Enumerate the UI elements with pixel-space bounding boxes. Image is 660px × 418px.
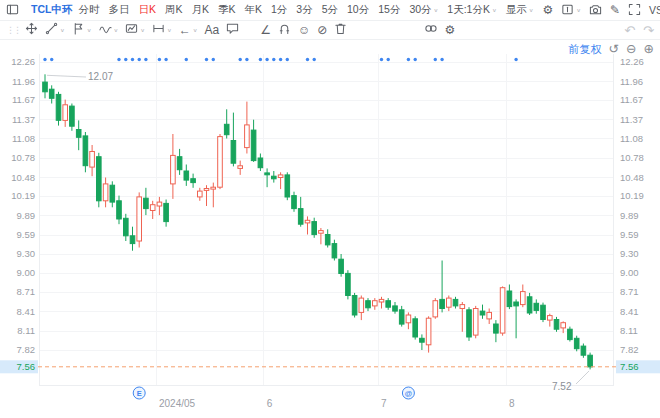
candle[interactable] — [117, 196, 122, 225]
period-tab-12[interactable]: 30分∨ — [409, 3, 438, 17]
candle[interactable] — [285, 172, 290, 200]
candle[interactable] — [440, 261, 445, 313]
wave-tool[interactable]: ∨ — [99, 22, 119, 38]
candle[interactable] — [447, 296, 452, 312]
candle[interactable] — [574, 336, 579, 352]
candle[interactable] — [184, 165, 189, 186]
candle[interactable] — [110, 181, 115, 207]
candle[interactable] — [332, 240, 337, 261]
period-tab-2[interactable]: 日K — [138, 3, 156, 17]
pattern-tool[interactable]: ∨ — [125, 22, 145, 38]
signal-dot[interactable] — [185, 58, 188, 61]
candle[interactable] — [426, 316, 431, 352]
measure-tool[interactable]: ∨ — [152, 22, 172, 38]
signal-dot[interactable] — [212, 58, 215, 61]
candle[interactable] — [406, 312, 411, 329]
compare-button[interactable]: VS — [649, 4, 660, 16]
chart-style-button[interactable]: ∨ — [561, 3, 581, 18]
candle[interactable] — [359, 296, 364, 321]
period-tab-3[interactable]: 周K — [165, 3, 183, 17]
signal-dot[interactable] — [43, 58, 46, 61]
signal-dot[interactable] — [407, 58, 410, 61]
candle[interactable] — [568, 327, 573, 342]
signal-dot[interactable] — [245, 58, 248, 61]
candle[interactable] — [83, 132, 88, 172]
reset-zoom-button[interactable]: ↺ — [609, 43, 619, 56]
angle-tool[interactable]: ∠ — [260, 24, 271, 36]
candle[interactable] — [548, 314, 553, 327]
redo-button[interactable]: ↷ — [643, 23, 654, 38]
flag-tool[interactable]: ∨ — [72, 22, 92, 38]
candle[interactable] — [278, 172, 283, 189]
candlestick-chart[interactable]: 12.2611.9611.6711.3711.0810.7810.4810.19… — [0, 40, 660, 418]
adjust-mode-button[interactable]: 前复权 — [569, 42, 602, 57]
candle[interactable] — [386, 298, 391, 310]
period-tab-1[interactable]: 多日 — [108, 3, 129, 17]
candle[interactable] — [198, 188, 203, 201]
candle[interactable] — [494, 320, 499, 342]
candle[interactable] — [420, 334, 425, 350]
event-marker-at[interactable]: @ — [402, 387, 414, 399]
trendline-tool[interactable]: ∨ — [45, 22, 65, 38]
candle[interactable] — [164, 200, 169, 227]
candle[interactable] — [231, 113, 236, 167]
candle[interactable] — [399, 306, 404, 327]
candle[interactable] — [245, 102, 250, 154]
candle[interactable] — [63, 100, 68, 127]
candle[interactable] — [144, 188, 149, 215]
period-tab-6[interactable]: 年K — [244, 3, 262, 17]
period-tab-11[interactable]: 15分 — [378, 3, 400, 17]
delete-drawings-tool[interactable] — [334, 22, 347, 38]
signal-dot[interactable] — [265, 58, 268, 61]
candle[interactable] — [373, 298, 378, 310]
candle[interactable] — [500, 286, 505, 335]
candle[interactable] — [43, 74, 48, 98]
chart-settings-button[interactable]: ⚙ — [543, 4, 554, 16]
signal-dot[interactable] — [239, 58, 242, 61]
candle[interactable] — [137, 192, 142, 247]
magnet-tool[interactable] — [278, 22, 291, 38]
period-tab-7[interactable]: 1分 — [271, 3, 287, 17]
zoom-in-button[interactable]: ⊕ — [644, 43, 654, 56]
toolbar-grip[interactable]: ⋮⋮ — [6, 25, 20, 35]
signal-dot[interactable] — [259, 58, 262, 61]
candle[interactable] — [453, 297, 458, 309]
move-tool[interactable] — [25, 22, 38, 38]
signal-dot[interactable] — [414, 58, 417, 61]
candle[interactable] — [379, 297, 384, 309]
signal-dot[interactable] — [131, 58, 134, 61]
signal-dot[interactable] — [380, 58, 383, 61]
link-charts-tool[interactable] — [424, 22, 437, 38]
signal-dot[interactable] — [286, 58, 289, 61]
candle[interactable] — [305, 216, 310, 234]
candle[interactable] — [224, 109, 229, 138]
signal-dot[interactable] — [144, 58, 147, 61]
signal-dot[interactable] — [434, 58, 437, 61]
candle[interactable] — [157, 197, 162, 215]
candle[interactable] — [171, 134, 176, 199]
candle[interactable] — [460, 302, 465, 332]
candle[interactable] — [433, 298, 438, 319]
candle[interactable] — [312, 218, 317, 238]
annotate-button[interactable]: ✎ — [610, 4, 620, 16]
candle[interactable] — [130, 227, 135, 251]
arrow-tool[interactable]: ←∨ — [179, 24, 198, 36]
fullscreen-button[interactable] — [628, 3, 641, 18]
candle[interactable] — [319, 228, 324, 244]
period-tab-13[interactable]: 1天:1分K∨ — [447, 3, 496, 17]
candle[interactable] — [238, 161, 243, 175]
panel-layout-button[interactable] — [6, 3, 19, 18]
candle[interactable] — [150, 201, 155, 219]
candle[interactable] — [352, 293, 357, 318]
candle[interactable] — [487, 309, 492, 325]
screenshot-button[interactable] — [589, 3, 602, 18]
event-marker-e[interactable]: E — [133, 387, 145, 399]
candle[interactable] — [292, 192, 297, 212]
candle[interactable] — [211, 183, 216, 208]
candle[interactable] — [272, 171, 277, 183]
signal-dot[interactable] — [158, 58, 161, 61]
signal-dot[interactable] — [117, 58, 120, 61]
candle[interactable] — [90, 145, 95, 176]
candle[interactable] — [97, 153, 102, 208]
emoji-tool[interactable]: ☺ — [298, 24, 310, 36]
